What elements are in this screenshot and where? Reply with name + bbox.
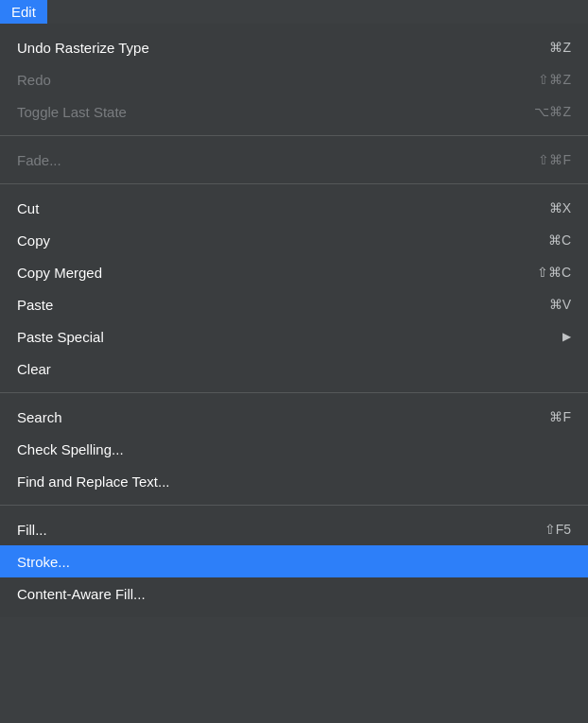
- menu-item-check-spelling[interactable]: Check Spelling...: [0, 433, 588, 465]
- menu-item-label: Search: [17, 409, 62, 425]
- menu-item-stroke[interactable]: Stroke...: [0, 545, 588, 577]
- menu-item-copy[interactable]: Copy ⌘C: [0, 224, 588, 256]
- menu-item-label: Stroke...: [17, 554, 70, 570]
- menu-item-fill[interactable]: Fill... ⇧F5: [0, 513, 588, 545]
- menu-item-label: Paste Special: [17, 329, 104, 345]
- menu-item-redo[interactable]: Redo ⇧⌘Z: [0, 63, 588, 95]
- menu-item-label: Undo Rasterize Type: [17, 40, 149, 56]
- divider-4: [0, 505, 588, 506]
- menu-item-shortcut: ⌘X: [549, 200, 571, 215]
- menu-item-shortcut: ⌘C: [548, 232, 571, 248]
- menu-item-label: Clear: [17, 361, 51, 377]
- menu-item-shortcut: ⇧⌘F: [538, 152, 571, 167]
- menu-item-undo[interactable]: Undo Rasterize Type ⌘Z: [0, 31, 588, 63]
- menu-item-label: Cut: [17, 200, 39, 216]
- menu-item-find-replace[interactable]: Find and Replace Text...: [0, 465, 588, 497]
- menu-item-shortcut: ⌘Z: [549, 40, 571, 55]
- submenu-arrow-icon: ▶: [562, 330, 571, 343]
- divider-2: [0, 183, 588, 184]
- menu-item-cut[interactable]: Cut ⌘X: [0, 192, 588, 224]
- divider-3: [0, 392, 588, 393]
- menu-item-shortcut: ⇧F5: [545, 522, 571, 537]
- menu-item-label: Toggle Last State: [17, 104, 127, 120]
- menu-item-copy-merged[interactable]: Copy Merged ⇧⌘C: [0, 256, 588, 288]
- menu-bar[interactable]: Edit Undo Rasterize Type ⌘Z Redo ⇧⌘Z Tog…: [0, 0, 588, 617]
- menu-item-shortcut: ⌘V: [549, 297, 571, 312]
- menu-section-5: Fill... ⇧F5 Stroke... Content-Aware Fill…: [0, 509, 588, 613]
- menu-item-shortcut: ⌥⌘Z: [534, 104, 571, 119]
- menu-section-3: Cut ⌘X Copy ⌘C Copy Merged ⇧⌘C Paste ⌘V …: [0, 188, 588, 388]
- menu-item-label: Check Spelling...: [17, 441, 124, 457]
- divider-1: [0, 135, 588, 136]
- menu-item-label: Paste: [17, 297, 53, 313]
- menu-item-label: Content-Aware Fill...: [17, 586, 146, 602]
- menu-item-label: Fill...: [17, 522, 47, 538]
- menu-section-1: Undo Rasterize Type ⌘Z Redo ⇧⌘Z Toggle L…: [0, 27, 588, 131]
- menu-item-label: Copy Merged: [17, 265, 102, 281]
- menu-item-clear[interactable]: Clear: [0, 353, 588, 385]
- menu-item-fade[interactable]: Fade... ⇧⌘F: [0, 144, 588, 176]
- menu-item-content-aware-fill[interactable]: Content-Aware Fill...: [0, 577, 588, 610]
- menu-item-search[interactable]: Search ⌘F: [0, 401, 588, 433]
- menu-item-shortcut: ⇧⌘Z: [538, 72, 571, 87]
- menu-section-2: Fade... ⇧⌘F: [0, 140, 588, 180]
- menu-item-shortcut: ⇧⌘C: [537, 265, 571, 280]
- menu-item-label: Find and Replace Text...: [17, 473, 169, 490]
- menu-item-label: Fade...: [17, 152, 61, 168]
- menu-section-4: Search ⌘F Check Spelling... Find and Rep…: [0, 397, 588, 501]
- menu-item-label: Copy: [17, 232, 50, 249]
- menu-container: Undo Rasterize Type ⌘Z Redo ⇧⌘Z Toggle L…: [0, 24, 588, 617]
- menu-item-shortcut: ⌘F: [549, 409, 571, 424]
- menu-item-paste-special[interactable]: Paste Special ▶: [0, 320, 588, 353]
- menu-item-toggle-last-state[interactable]: Toggle Last State ⌥⌘Z: [0, 95, 588, 128]
- menu-item-label: Redo: [17, 72, 51, 88]
- menu-item-paste[interactable]: Paste ⌘V: [0, 288, 588, 320]
- menu-bar-label: Edit: [11, 4, 36, 20]
